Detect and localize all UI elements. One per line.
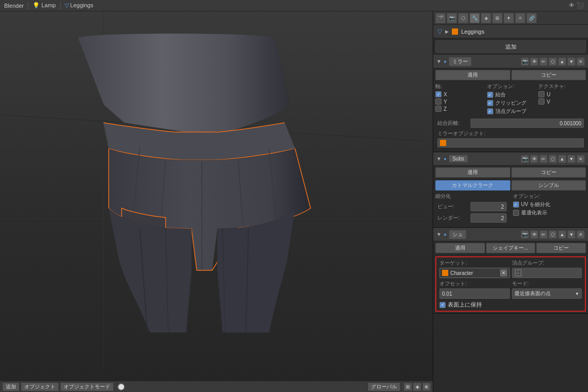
axis-label: 軸: [435,83,483,90]
shrinkwrap-close-icon[interactable]: ✕ [577,230,585,239]
opt-vertex-checkbox[interactable] [487,108,493,114]
subdiv-simple-tab[interactable]: シンプル [511,180,586,191]
mirror-copy-btn[interactable]: コピー [511,70,586,80]
object-icon: ▽ [437,28,442,35]
subdiv-down-icon[interactable]: ▼ [567,155,576,163]
properties-modifier-btn[interactable]: 🔧 [469,13,480,23]
target-clear-btn[interactable]: ✕ [500,269,507,277]
mirror-down-icon[interactable]: ▼ [567,57,576,66]
mirror-obj-field[interactable] [437,138,584,148]
axis-x-checkbox[interactable] [435,91,442,97]
mode-select-btn[interactable]: オブジェクトモード [60,382,114,391]
shrinkwrap-highlighted-area: ターゲット: Character ✕ 頂点グループ: [435,256,586,312]
subdiv-catmull-tab[interactable]: カトマルクラーク [435,180,510,191]
shrinkwrap-expand-tri[interactable]: ▼ [436,231,442,237]
opt-clip-checkbox[interactable] [487,100,493,106]
opt-join-label: 結合 [495,91,506,98]
surface-checkbox[interactable] [439,302,446,308]
viewport-shading-btn[interactable]: ⬤ [117,383,125,391]
shrinkwrap-down-icon[interactable]: ▼ [567,230,576,239]
viewport[interactable]: (236) Leggings 追加 オブジェクト オブジェクトモード ⬤ グロー… [0,11,433,392]
vertex-group-field-row [512,268,582,278]
opt-display-checkbox[interactable] [513,210,519,216]
render-label: レンダー: [437,214,468,222]
render-value[interactable]: 2 [471,213,507,223]
mirror-dot: ● [444,59,447,64]
view-row: ビュー: 2 [435,201,509,212]
axis-z-row: Z [435,106,483,112]
right-panel: 🎬 📷 ⬡ 🔧 ◈ ⊞ ✦ ⚛ 🔗 ▽ ▶ Leggings 追加 ▼ ● [433,11,588,392]
merge-dist-value[interactable]: 0.001000 [471,119,584,128]
subdiv-cage-icon[interactable]: ⬡ [549,155,557,163]
view-value[interactable]: 2 [471,202,507,211]
properties-render-btn[interactable]: 📷 [447,13,457,23]
uv-subdiv-checkbox[interactable] [513,201,519,208]
properties-physics-btn[interactable]: ⚛ [515,13,525,23]
mirror-edit-icon[interactable]: ✏ [539,57,548,66]
shrinkwrap-camera-icon[interactable]: 📷 [521,230,529,239]
object-name-label: Leggings [461,28,484,35]
shrinkwrap-shapekey-btn[interactable]: シェイプキー... [486,243,536,253]
target-vertex-row: ターゲット: Character ✕ 頂点グループ: [437,258,584,279]
properties-particles-btn[interactable]: ✦ [504,13,514,23]
shrinkwrap-apply-btn[interactable]: 適用 [435,243,485,253]
subdiv-close-icon[interactable]: ✕ [577,155,585,163]
subdiv-up-icon[interactable]: ▲ [558,155,566,163]
shrinkwrap-copy-btn[interactable]: コピー [536,243,586,253]
subdiv-apply-copy-row: 適用 コピー [433,166,588,179]
mirror-obj-label: ミラーオブジェクト: [437,130,486,137]
mirror-close-icon[interactable]: ✕ [577,57,585,66]
add-menu-btn[interactable]: 追加 [2,382,20,391]
render-icon-btn[interactable]: ◈ [413,383,421,391]
subdiv-apply-btn[interactable]: 適用 [435,167,510,178]
subdiv-expand-tri[interactable]: ▼ [436,156,442,162]
shrinkwrap-modifier-section: ▼ ● シュ 📷 👁 ✏ ⬡ ▲ ▼ ✕ 適用 シェイプキー.. [433,228,588,314]
subdiv-render-icon[interactable]: 👁 [530,155,538,163]
object-cube-icon [452,28,458,35]
tex-v-checkbox[interactable] [538,98,545,105]
properties-data-btn[interactable]: ⊞ [492,13,503,23]
properties-scene-btn[interactable]: 🎬 [435,13,446,23]
axis-z-checkbox[interactable] [435,106,442,112]
mirror-up-icon[interactable]: ▲ [558,57,566,66]
snap-icon-btn[interactable]: ⊕ [422,383,431,391]
subdiv-modifier-header: ▼ ● Subs 📷 👁 ✏ ⬡ ▲ ▼ ✕ [433,152,588,166]
mirror-camera-icon[interactable]: 📷 [521,57,529,66]
global-local-btn[interactable]: グローバル [368,382,401,391]
shrinkwrap-render-icon[interactable]: 👁 [530,230,538,239]
object-menu-btn[interactable]: オブジェクト [21,382,59,391]
properties-object-btn[interactable]: ⬡ [458,13,468,23]
shrinkwrap-up-icon[interactable]: ▲ [558,230,566,239]
opt-join-checkbox[interactable] [487,92,493,98]
mirror-render-icon[interactable]: 👁 [530,57,538,66]
surface-row: 表面上に保持 [437,300,584,310]
properties-material-btn[interactable]: ◈ [481,13,491,23]
option-label: オプション: [487,83,535,90]
mode-value: 最近接表面の点 [514,290,551,297]
expand-triangle[interactable]: ▼ [436,59,442,64]
mirror-cage-icon[interactable]: ⬡ [549,57,557,66]
mode-dropdown[interactable]: 最近接表面の点 ▼ [512,288,582,299]
view-icon-btn[interactable]: ⊞ [404,383,412,391]
add-modifier-btn[interactable]: 追加 [435,40,586,53]
subdiv-copy-btn[interactable]: コピー [511,167,586,178]
target-label: ターゲット: [439,259,510,267]
subdiv-camera-icon[interactable]: 📷 [521,155,529,163]
target-field[interactable]: Character ✕ [439,268,510,278]
mirror-apply-btn[interactable]: 適用 [435,70,510,80]
shrinkwrap-name-tag: シュ [449,230,466,239]
dropdown-arrow: ▼ [575,292,579,296]
shrinkwrap-cage-icon[interactable]: ⬡ [549,230,557,239]
merge-dist-label: 結合距離: [437,120,468,127]
axis-y-checkbox[interactable] [435,98,442,105]
offset-field[interactable]: 0.01 [439,288,510,299]
vertex-group-field[interactable] [512,268,582,278]
subdiv-edit-icon[interactable]: ✏ [539,155,548,163]
opt-clip-label: クリッピング [495,99,526,107]
tex-v-label: V [547,99,550,105]
properties-constraints-btn[interactable]: 🔗 [526,13,537,23]
shrinkwrap-edit-icon[interactable]: ✏ [539,230,548,239]
tex-u-checkbox[interactable] [538,91,545,97]
subdiv-modifier-section: ▼ ● Subs 📷 👁 ✏ ⬡ ▲ ▼ ✕ 適用 コピー [433,152,588,228]
shrinkwrap-modifier-header: ▼ ● シュ 📷 👁 ✏ ⬡ ▲ ▼ ✕ [433,228,588,241]
